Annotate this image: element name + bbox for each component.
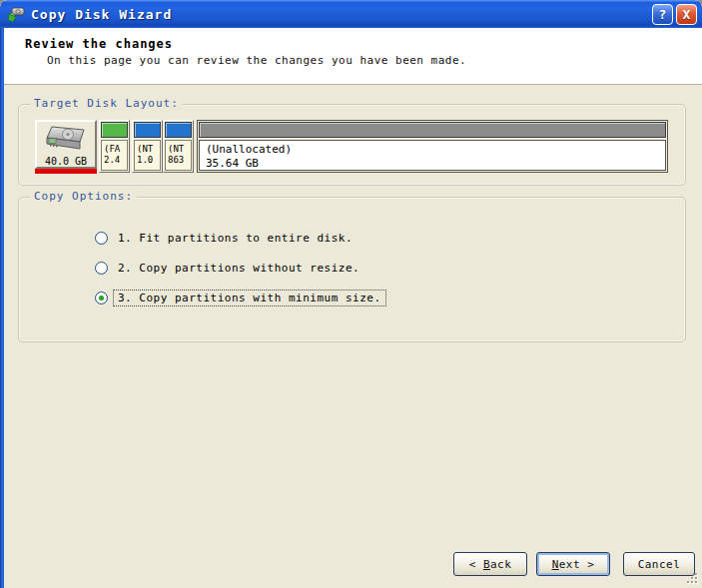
partition-1-color-bar xyxy=(101,122,128,138)
partition-2-info: (NT 1.0 xyxy=(134,140,161,171)
radio-option-2[interactable]: 2. Copy partitions without resize. xyxy=(95,260,364,277)
hard-disk-icon xyxy=(43,125,89,156)
partition-2-color-bar xyxy=(134,122,161,138)
partition-1-info: (FA 2.4 xyxy=(101,140,128,171)
unallocated-block[interactable]: (Unallocated) 35.64 GB xyxy=(197,120,668,173)
unallocated-color-bar xyxy=(199,122,666,138)
page-title: Review the changes xyxy=(25,37,173,51)
page-subtitle: On this page you can review the changes … xyxy=(47,54,466,67)
help-button[interactable]: ? xyxy=(652,4,673,25)
partition-block-2[interactable]: (NT 1.0 xyxy=(132,120,163,173)
partition-1-size-label: 2.4 xyxy=(104,155,127,166)
target-disk-layout-group: Target Disk Layout: xyxy=(18,104,686,186)
partition-2-fs-label: (NT xyxy=(137,144,160,155)
radio-option-1-label[interactable]: 1. Fit partitions to entire disk. xyxy=(113,230,357,247)
partition-2-size-label: 1.0 xyxy=(137,155,160,166)
target-disk-layout-label: Target Disk Layout: xyxy=(30,97,183,111)
partition-1-fs-label: (FA xyxy=(104,144,127,155)
partition-block-1[interactable]: (FA 2.4 xyxy=(99,120,130,173)
next-button[interactable]: Next > xyxy=(536,552,610,576)
disk-selection-underline xyxy=(35,169,97,174)
resize-grip[interactable] xyxy=(685,570,699,584)
back-button[interactable]: < Back xyxy=(453,552,527,576)
app-icon xyxy=(7,5,25,23)
radio-option-3[interactable]: 3. Copy partitions with minimum size. xyxy=(95,290,386,306)
partition-3-info: (NT 863 xyxy=(165,140,192,171)
partition-3-color-bar xyxy=(165,122,192,138)
radio-button-icon[interactable] xyxy=(95,232,108,245)
hard-disk-box: 40.0 GB xyxy=(35,120,97,169)
partition-3-fs-label: (NT xyxy=(168,144,191,155)
copy-options-label: Copy Options: xyxy=(30,190,137,204)
copy-options-group: Copy Options: 1. Fit partitions to entir… xyxy=(18,197,686,342)
disk-size-label: 40.0 GB xyxy=(45,156,87,167)
unallocated-fs-label: (Unallocated) xyxy=(206,143,665,157)
radio-button-icon[interactable] xyxy=(95,262,108,275)
radio-option-2-label[interactable]: 2. Copy partitions without resize. xyxy=(113,260,364,277)
unallocated-info: (Unallocated) 35.64 GB xyxy=(199,140,666,171)
radio-option-3-label[interactable]: 3. Copy partitions with minimum size. xyxy=(113,290,386,306)
window-title: Copy Disk Wizard xyxy=(31,7,649,22)
partition-block-3[interactable]: (NT 863 xyxy=(163,120,194,173)
copy-disk-wizard-window: Copy Disk Wizard ? X Review the changes … xyxy=(0,0,702,588)
close-button[interactable]: X xyxy=(676,4,697,25)
target-disk-button[interactable]: 40.0 GB xyxy=(35,120,97,174)
radio-option-1[interactable]: 1. Fit partitions to entire disk. xyxy=(95,230,357,247)
wizard-body: Target Disk Layout: xyxy=(4,86,702,588)
unallocated-size-label: 35.64 GB xyxy=(206,157,665,171)
titlebar[interactable]: Copy Disk Wizard ? X xyxy=(0,0,702,28)
partition-3-size-label: 863 xyxy=(168,155,191,166)
wizard-header: Review the changes On this page you can … xyxy=(4,28,702,85)
radio-button-icon[interactable] xyxy=(95,292,108,304)
